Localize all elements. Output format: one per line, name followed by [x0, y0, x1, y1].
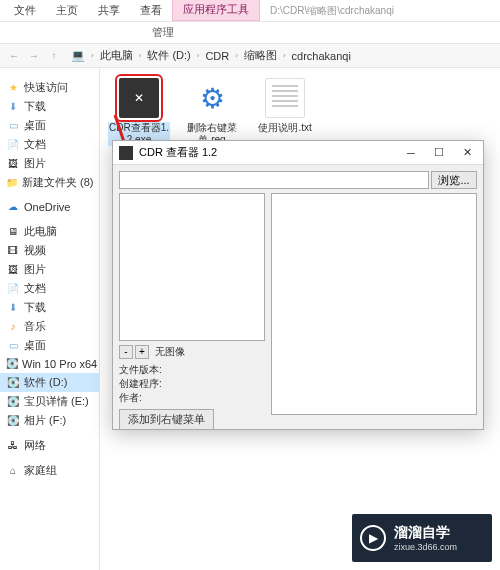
- cdr-viewer-dialog: CDR 查看器 1.2 ─ ☐ ✕ 浏览... - + 无图像 文件版本:: [112, 140, 484, 430]
- crumb-drive[interactable]: 软件 (D:): [147, 48, 190, 63]
- disk-icon: [6, 414, 20, 428]
- preview-image-pane[interactable]: [271, 193, 477, 415]
- video-icon: [6, 244, 20, 258]
- maximize-button[interactable]: ☐: [425, 143, 453, 163]
- sidebar-desktop2[interactable]: 桌面: [0, 336, 99, 355]
- homegroup-icon: [6, 464, 20, 478]
- download-icon: [6, 100, 20, 114]
- minimize-button[interactable]: ─: [397, 143, 425, 163]
- zoom-in-button[interactable]: +: [135, 345, 149, 359]
- crumb-thispc[interactable]: 此电脑: [100, 48, 133, 63]
- sidebar-network[interactable]: 网络: [0, 436, 99, 455]
- nav-sidebar: 快速访问 下载 桌面 文档 图片 新建文件夹 (8) OneDrive 此电脑 …: [0, 68, 100, 570]
- file-label: 使用说明.txt: [254, 122, 316, 134]
- path-input[interactable]: [119, 171, 429, 189]
- exe-icon: ✕: [119, 78, 159, 118]
- tab-manage[interactable]: 管理: [142, 23, 184, 42]
- picture-icon: [6, 157, 20, 171]
- sidebar-videos[interactable]: 视频: [0, 241, 99, 260]
- sidebar-quick-access[interactable]: 快速访问: [0, 78, 99, 97]
- title-path: D:\CDR\缩略图\cdrchakanqi: [270, 4, 394, 18]
- sidebar-music[interactable]: 音乐: [0, 317, 99, 336]
- sidebar-onedrive[interactable]: OneDrive: [0, 198, 99, 216]
- sidebar-newfolder[interactable]: 新建文件夹 (8): [0, 173, 99, 192]
- sidebar-downloads2[interactable]: 下载: [0, 298, 99, 317]
- breadcrumb[interactable]: 💻 › 此电脑 › 软件 (D:) › CDR › 缩略图 › cdrchaka…: [68, 48, 354, 63]
- sidebar-drive-e[interactable]: 宝贝详情 (E:): [0, 392, 99, 411]
- sidebar-pictures[interactable]: 图片: [0, 154, 99, 173]
- info-author: 作者:: [119, 391, 265, 405]
- address-bar: ← → ↑ 💻 › 此电脑 › 软件 (D:) › CDR › 缩略图 › cd…: [0, 44, 500, 68]
- music-icon: [6, 320, 20, 334]
- watermark-brand: 溜溜自学: [394, 524, 457, 542]
- network-icon: [6, 439, 20, 453]
- crumb-thumb[interactable]: 缩略图: [244, 48, 277, 63]
- cloud-icon: [6, 200, 20, 214]
- reg-icon: ⚙: [192, 78, 232, 118]
- disk-icon: [6, 357, 18, 371]
- ribbon-tabs: 文件 主页 共享 查看 应用程序工具 D:\CDR\缩略图\cdrchakanq…: [0, 0, 500, 22]
- dialog-title: CDR 查看器 1.2: [139, 145, 217, 160]
- star-icon: [6, 81, 20, 95]
- file-exe[interactable]: ✕ CDR查看器1.2.exe: [108, 78, 170, 146]
- desktop-icon: [6, 119, 20, 133]
- desktop-icon: [6, 339, 20, 353]
- close-button[interactable]: ✕: [453, 143, 481, 163]
- zoom-out-button[interactable]: -: [119, 345, 133, 359]
- sidebar-homegroup[interactable]: 家庭组: [0, 461, 99, 480]
- nav-fwd-icon[interactable]: →: [25, 47, 43, 65]
- doc-icon: [6, 282, 20, 296]
- app-icon: [119, 146, 133, 160]
- sidebar-downloads[interactable]: 下载: [0, 97, 99, 116]
- sidebar-desktop[interactable]: 桌面: [0, 116, 99, 135]
- sidebar-drive-c[interactable]: Win 10 Pro x64 (C:): [0, 355, 99, 373]
- file-reg[interactable]: ⚙ 删除右键菜单.reg: [181, 78, 243, 146]
- disk-icon: [6, 395, 20, 409]
- add-context-menu-button[interactable]: 添加到右键菜单: [119, 409, 214, 430]
- sidebar-drive-f[interactable]: 相片 (F:): [0, 411, 99, 430]
- sidebar-thispc[interactable]: 此电脑: [0, 222, 99, 241]
- pc-icon: 💻: [71, 49, 85, 62]
- tab-home[interactable]: 主页: [46, 0, 88, 21]
- play-icon: ▶: [360, 525, 386, 551]
- txt-icon: [265, 78, 305, 118]
- doc-icon: [6, 138, 20, 152]
- pc-icon: [6, 225, 20, 239]
- info-creator: 创建程序:: [119, 377, 265, 391]
- ribbon-sub: pad 管理: [0, 22, 500, 44]
- watermark-url: zixue.3d66.com: [394, 542, 457, 552]
- tab-app-tools[interactable]: 应用程序工具: [172, 0, 260, 21]
- tab-share[interactable]: 共享: [88, 0, 130, 21]
- browse-button[interactable]: 浏览...: [431, 171, 477, 189]
- preview-list-pane[interactable]: [119, 193, 265, 341]
- crumb-folder[interactable]: cdrchakanqi: [292, 50, 351, 62]
- sidebar-documents[interactable]: 文档: [0, 135, 99, 154]
- watermark: ▶ 溜溜自学 zixue.3d66.com: [352, 514, 492, 562]
- picture-icon: [6, 263, 20, 277]
- info-version: 文件版本:: [119, 363, 265, 377]
- download-icon: [6, 301, 20, 315]
- tab-file[interactable]: 文件: [4, 0, 46, 21]
- sidebar-documents2[interactable]: 文档: [0, 279, 99, 298]
- sidebar-drive-d[interactable]: 软件 (D:): [0, 373, 99, 392]
- sidebar-pictures2[interactable]: 图片: [0, 260, 99, 279]
- crumb-cdr[interactable]: CDR: [205, 50, 229, 62]
- dialog-titlebar[interactable]: CDR 查看器 1.2 ─ ☐ ✕: [113, 141, 483, 165]
- folder-icon: [6, 176, 18, 190]
- no-image-label: 无图像: [155, 345, 185, 359]
- tab-view[interactable]: 查看: [130, 0, 172, 21]
- disk-icon: [6, 376, 20, 390]
- file-txt[interactable]: 使用说明.txt: [254, 78, 316, 134]
- nav-up-icon[interactable]: ↑: [45, 47, 63, 65]
- nav-back-icon[interactable]: ←: [5, 47, 23, 65]
